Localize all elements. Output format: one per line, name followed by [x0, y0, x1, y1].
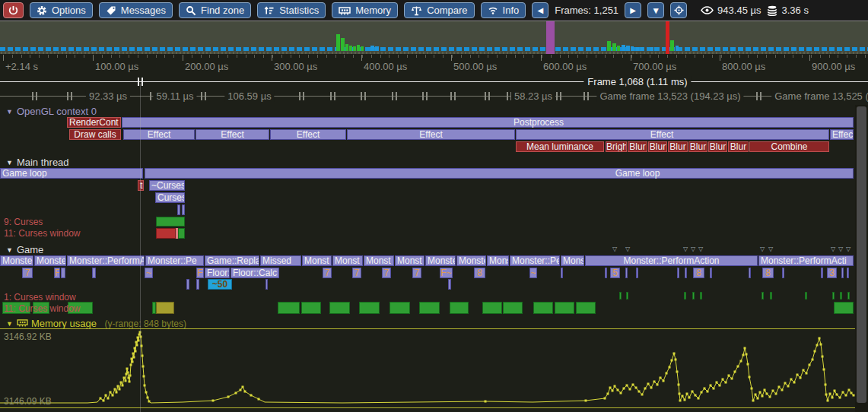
plot-bar[interactable]: [626, 292, 628, 299]
plot-bar[interactable]: [419, 302, 440, 314]
plot-bar[interactable]: [329, 302, 350, 314]
message-marker-icon[interactable]: ▽: [768, 246, 773, 252]
message-marker-icon[interactable]: ▽: [698, 246, 703, 252]
plot-bar[interactable]: [692, 292, 695, 299]
tracy-profiler-window: Options Messages Find zone Statistics Me…: [0, 0, 868, 412]
plot-bar[interactable]: [761, 292, 764, 299]
plot-bar[interactable]: [389, 302, 410, 314]
message-marker-icon[interactable]: ▽: [612, 246, 617, 252]
scrollbar-thumb[interactable]: [857, 106, 866, 403]
plot-label-11-curses-window-2: 11: Curses window: [4, 303, 81, 314]
message-marker-icon[interactable]: ▽: [691, 246, 695, 252]
plot-bar[interactable]: [834, 302, 854, 314]
plot-bar[interactable]: [156, 302, 174, 314]
plot-bar[interactable]: [482, 302, 502, 314]
plot-bar[interactable]: [684, 292, 686, 299]
plot-bar[interactable]: [156, 228, 176, 239]
plot-bar[interactable]: [770, 292, 772, 299]
plot-bar[interactable]: [805, 292, 807, 299]
plot-bar[interactable]: [503, 302, 523, 314]
frame-boundary-vline: [140, 84, 141, 412]
plot-bar[interactable]: [576, 302, 596, 314]
plot-bar[interactable]: [359, 302, 380, 314]
plot-bar[interactable]: [847, 292, 850, 299]
plot-bar[interactable]: [278, 302, 300, 314]
plot-bar[interactable]: [840, 292, 842, 299]
plot-bar[interactable]: [450, 302, 469, 314]
message-marker-icon[interactable]: ▽: [760, 246, 765, 252]
plot-bar[interactable]: [700, 292, 702, 299]
scrollbar-track[interactable]: [855, 105, 868, 412]
message-marker-icon[interactable]: ▽: [625, 246, 630, 252]
memory-usage-line: [0, 0, 868, 412]
memory-min-label: 3146.09 KB: [4, 396, 52, 407]
plot-bar[interactable]: [178, 228, 185, 239]
plot-bar[interactable]: [619, 292, 622, 299]
plot-bar[interactable]: [832, 292, 835, 299]
message-marker-icon[interactable]: ▽: [838, 246, 843, 252]
memory-max-label: 3146.92 KB: [4, 331, 52, 342]
message-marker-icon[interactable]: ▽: [683, 246, 688, 252]
plot-bar[interactable]: [301, 302, 321, 314]
plot-bar[interactable]: [156, 217, 185, 227]
plot-bar[interactable]: [555, 302, 574, 314]
message-marker-icon[interactable]: ▽: [846, 246, 851, 252]
plot-bar[interactable]: [533, 302, 553, 314]
message-marker-icon[interactable]: ▽: [831, 246, 835, 252]
